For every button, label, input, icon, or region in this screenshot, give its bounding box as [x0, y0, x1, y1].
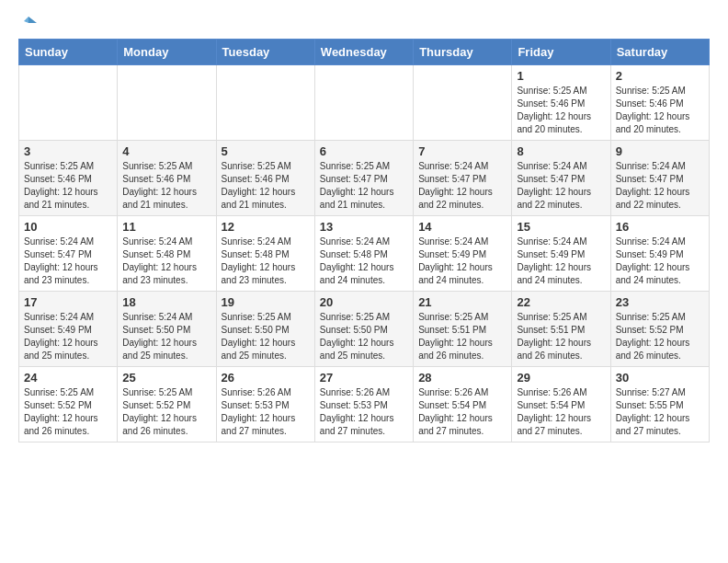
day-cell-5: 5Sunrise: 5:25 AMSunset: 5:46 PMDaylight…: [216, 141, 314, 216]
day-number: 21: [418, 295, 506, 309]
col-header-tuesday: Tuesday: [216, 40, 314, 65]
day-info: Sunrise: 5:25 AMSunset: 5:50 PMDaylight:…: [320, 311, 408, 362]
day-info: Sunrise: 5:25 AMSunset: 5:46 PMDaylight:…: [122, 160, 210, 212]
day-number: 14: [418, 220, 506, 234]
day-cell-17: 17Sunrise: 5:24 AMSunset: 5:49 PMDayligh…: [19, 292, 118, 367]
day-cell-20: 20Sunrise: 5:25 AMSunset: 5:50 PMDayligh…: [314, 292, 413, 367]
day-info: Sunrise: 5:24 AMSunset: 5:48 PMDaylight:…: [320, 236, 408, 287]
day-cell-9: 9Sunrise: 5:24 AMSunset: 5:47 PMDaylight…: [610, 141, 709, 216]
svg-marker-0: [28, 17, 37, 23]
day-cell-19: 19Sunrise: 5:25 AMSunset: 5:50 PMDayligh…: [216, 292, 314, 367]
day-cell-12: 12Sunrise: 5:24 AMSunset: 5:48 PMDayligh…: [216, 216, 314, 292]
day-number: 25: [122, 371, 210, 385]
day-info: Sunrise: 5:24 AMSunset: 5:48 PMDaylight:…: [122, 236, 210, 287]
day-info: Sunrise: 5:25 AMSunset: 5:46 PMDaylight:…: [24, 160, 112, 212]
day-cell-15: 15Sunrise: 5:24 AMSunset: 5:49 PMDayligh…: [512, 216, 610, 292]
day-info: Sunrise: 5:25 AMSunset: 5:52 PMDaylight:…: [24, 386, 112, 438]
day-number: 26: [222, 371, 310, 385]
week-row-4: 17Sunrise: 5:24 AMSunset: 5:49 PMDayligh…: [19, 292, 710, 367]
day-number: 24: [24, 371, 112, 385]
day-cell-27: 27Sunrise: 5:26 AMSunset: 5:53 PMDayligh…: [314, 367, 413, 442]
day-number: 2: [616, 69, 704, 83]
day-cell-23: 23Sunrise: 5:25 AMSunset: 5:52 PMDayligh…: [610, 292, 709, 367]
page: SundayMondayTuesdayWednesdayThursdayFrid…: [0, 0, 728, 461]
day-info: Sunrise: 5:25 AMSunset: 5:50 PMDaylight:…: [222, 311, 310, 362]
day-cell-11: 11Sunrise: 5:24 AMSunset: 5:48 PMDayligh…: [118, 216, 216, 292]
day-cell-1: 1Sunrise: 5:25 AMSunset: 5:46 PMDaylight…: [512, 65, 610, 141]
day-info: Sunrise: 5:26 AMSunset: 5:54 PMDaylight:…: [517, 386, 605, 438]
day-number: 3: [24, 144, 112, 158]
day-cell-6: 6Sunrise: 5:25 AMSunset: 5:47 PMDaylight…: [314, 141, 413, 216]
col-header-thursday: Thursday: [414, 40, 512, 65]
day-cell-18: 18Sunrise: 5:24 AMSunset: 5:50 PMDayligh…: [118, 292, 216, 367]
day-info: Sunrise: 5:25 AMSunset: 5:51 PMDaylight:…: [517, 311, 605, 362]
header: [18, 15, 710, 28]
empty-cell: [414, 65, 512, 141]
day-cell-24: 24Sunrise: 5:25 AMSunset: 5:52 PMDayligh…: [19, 367, 118, 442]
day-number: 4: [122, 144, 210, 158]
day-info: Sunrise: 5:24 AMSunset: 5:47 PMDaylight:…: [616, 160, 704, 212]
col-header-sunday: Sunday: [19, 40, 118, 65]
day-cell-3: 3Sunrise: 5:25 AMSunset: 5:46 PMDaylight…: [19, 141, 118, 216]
logo-bird-icon: [20, 15, 37, 31]
day-number: 17: [24, 295, 112, 309]
day-number: 22: [517, 295, 605, 309]
day-cell-13: 13Sunrise: 5:24 AMSunset: 5:48 PMDayligh…: [314, 216, 413, 292]
day-number: 7: [418, 144, 506, 158]
day-cell-28: 28Sunrise: 5:26 AMSunset: 5:54 PMDayligh…: [414, 367, 512, 442]
day-cell-30: 30Sunrise: 5:27 AMSunset: 5:55 PMDayligh…: [610, 367, 709, 442]
day-number: 9: [616, 144, 704, 158]
day-cell-25: 25Sunrise: 5:25 AMSunset: 5:52 PMDayligh…: [118, 367, 216, 442]
day-number: 16: [616, 220, 704, 234]
day-number: 10: [24, 220, 112, 234]
day-info: Sunrise: 5:26 AMSunset: 5:54 PMDaylight:…: [418, 386, 506, 438]
day-cell-22: 22Sunrise: 5:25 AMSunset: 5:51 PMDayligh…: [512, 292, 610, 367]
day-info: Sunrise: 5:24 AMSunset: 5:49 PMDaylight:…: [616, 236, 704, 287]
day-number: 13: [320, 220, 408, 234]
week-row-5: 24Sunrise: 5:25 AMSunset: 5:52 PMDayligh…: [19, 367, 710, 442]
day-cell-26: 26Sunrise: 5:26 AMSunset: 5:53 PMDayligh…: [216, 367, 314, 442]
day-info: Sunrise: 5:25 AMSunset: 5:51 PMDaylight:…: [418, 311, 506, 362]
day-info: Sunrise: 5:24 AMSunset: 5:49 PMDaylight:…: [517, 236, 605, 287]
day-info: Sunrise: 5:25 AMSunset: 5:46 PMDaylight:…: [517, 85, 605, 136]
day-cell-14: 14Sunrise: 5:24 AMSunset: 5:49 PMDayligh…: [414, 216, 512, 292]
day-cell-29: 29Sunrise: 5:26 AMSunset: 5:54 PMDayligh…: [512, 367, 610, 442]
day-cell-7: 7Sunrise: 5:24 AMSunset: 5:47 PMDaylight…: [414, 141, 512, 216]
day-info: Sunrise: 5:25 AMSunset: 5:52 PMDaylight:…: [122, 386, 210, 438]
day-info: Sunrise: 5:26 AMSunset: 5:53 PMDaylight:…: [222, 386, 310, 438]
day-info: Sunrise: 5:24 AMSunset: 5:50 PMDaylight:…: [122, 311, 210, 362]
day-info: Sunrise: 5:24 AMSunset: 5:47 PMDaylight:…: [24, 236, 112, 287]
day-info: Sunrise: 5:25 AMSunset: 5:46 PMDaylight:…: [616, 85, 704, 136]
day-number: 6: [320, 144, 408, 158]
empty-cell: [216, 65, 314, 141]
day-number: 1: [517, 69, 605, 83]
day-number: 11: [122, 220, 210, 234]
empty-cell: [118, 65, 216, 141]
week-row-1: 1Sunrise: 5:25 AMSunset: 5:46 PMDaylight…: [19, 65, 710, 141]
day-info: Sunrise: 5:24 AMSunset: 5:48 PMDaylight:…: [222, 236, 310, 287]
day-cell-4: 4Sunrise: 5:25 AMSunset: 5:46 PMDaylight…: [118, 141, 216, 216]
day-info: Sunrise: 5:25 AMSunset: 5:47 PMDaylight:…: [320, 160, 408, 212]
day-number: 28: [418, 371, 506, 385]
col-header-wednesday: Wednesday: [314, 40, 413, 65]
calendar-header-row: SundayMondayTuesdayWednesdayThursdayFrid…: [19, 40, 710, 65]
day-cell-8: 8Sunrise: 5:24 AMSunset: 5:47 PMDaylight…: [512, 141, 610, 216]
day-info: Sunrise: 5:25 AMSunset: 5:46 PMDaylight:…: [222, 160, 310, 212]
week-row-2: 3Sunrise: 5:25 AMSunset: 5:46 PMDaylight…: [19, 141, 710, 216]
day-cell-21: 21Sunrise: 5:25 AMSunset: 5:51 PMDayligh…: [414, 292, 512, 367]
day-number: 27: [320, 371, 408, 385]
col-header-saturday: Saturday: [610, 40, 709, 65]
day-number: 29: [517, 371, 605, 385]
day-info: Sunrise: 5:26 AMSunset: 5:53 PMDaylight:…: [320, 386, 408, 438]
day-info: Sunrise: 5:24 AMSunset: 5:47 PMDaylight:…: [418, 160, 506, 212]
day-info: Sunrise: 5:27 AMSunset: 5:55 PMDaylight:…: [616, 386, 704, 438]
day-number: 5: [222, 144, 310, 158]
day-number: 23: [616, 295, 704, 309]
day-info: Sunrise: 5:25 AMSunset: 5:52 PMDaylight:…: [616, 311, 704, 362]
day-number: 20: [320, 295, 408, 309]
day-number: 8: [517, 144, 605, 158]
day-number: 19: [222, 295, 310, 309]
day-info: Sunrise: 5:24 AMSunset: 5:47 PMDaylight:…: [517, 160, 605, 212]
week-row-3: 10Sunrise: 5:24 AMSunset: 5:47 PMDayligh…: [19, 216, 710, 292]
day-number: 15: [517, 220, 605, 234]
